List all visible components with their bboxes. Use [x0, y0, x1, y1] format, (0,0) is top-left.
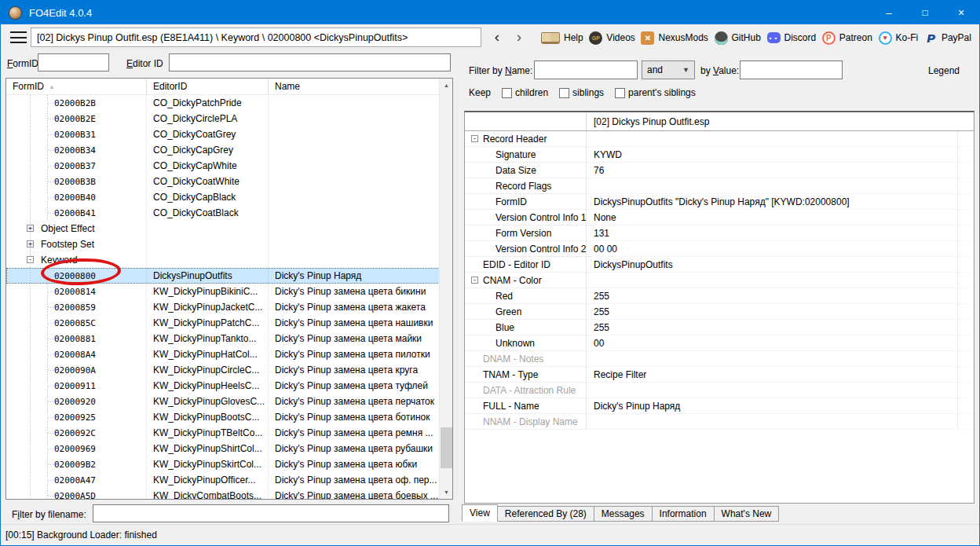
tab-whats-new[interactable]: What's New — [715, 506, 780, 522]
details-row-unset[interactable]: NNAM - Display Name — [465, 414, 974, 430]
formid-value: 02000B2B — [54, 98, 96, 108]
editorid-filter-input[interactable] — [169, 53, 451, 71]
table-row[interactable]: 02000881 KW_DickyPinupTankto... Dicky's … — [6, 331, 452, 346]
editorid-value: CO_DickyCapWhite — [153, 160, 237, 171]
table-row[interactable]: 02000B2E CO_DickyCirclePLA — [6, 111, 452, 126]
expand-icon[interactable]: + — [27, 225, 34, 232]
tree-node-row[interactable]: +Footstep Set — [6, 236, 452, 252]
table-row[interactable]: 020008A4 KW_DickyPinupHatCol... Dicky's … — [6, 346, 452, 362]
name-value: Dicky's Pinup замена цвета ремня ... — [275, 427, 433, 438]
details-row[interactable]: -Record Header — [465, 131, 974, 147]
operator-select[interactable]: and ▼ — [642, 60, 695, 79]
table-row[interactable]: 0200085C KW_DickyPinupPatchC... Dicky's … — [6, 315, 452, 331]
plugin-column-header[interactable]: [02] Dickys Pinup Outfit.esp — [587, 116, 974, 127]
collapse-icon[interactable]: - — [27, 256, 34, 263]
nexusmods-link[interactable]: ✕ NexusMods — [641, 31, 708, 45]
scroll-up-icon[interactable]: ▲ — [440, 79, 453, 92]
details-row[interactable]: Red 255 — [465, 288, 974, 304]
table-row[interactable]: 0200092C KW_DickyPinupTBeltCo... Dicky's… — [6, 425, 452, 441]
tab-messages[interactable]: Messages — [594, 506, 653, 522]
table-row[interactable]: 02000814 KW_DickyPinupBikiniC... Dicky's… — [6, 284, 452, 299]
help-link[interactable]: Help — [541, 32, 583, 44]
breadcrumb[interactable]: [02] Dickys Pinup Outfit.esp (E8E1A411) … — [31, 27, 481, 47]
scroll-down-icon[interactable]: ▼ — [440, 486, 453, 499]
tab-view[interactable]: View — [462, 504, 498, 522]
filename-filter-input[interactable] — [93, 504, 449, 522]
details-row[interactable]: TNAM - Type Recipe Filter — [465, 367, 974, 383]
table-row[interactable]: 02000A5D KW_DickyCombatBoots... Dicky's … — [6, 488, 452, 500]
details-row[interactable]: Unknown 00 — [465, 335, 974, 351]
details-row-unset[interactable]: DNAM - Notes — [465, 351, 974, 367]
formid-filter-input[interactable] — [38, 53, 109, 71]
details-row-unset[interactable]: DATA - Attraction Rule — [465, 383, 974, 398]
patreon-link[interactable]: P Patreon — [822, 31, 872, 45]
column-header-name[interactable]: Name — [269, 79, 452, 94]
kofi-link[interactable]: ♥ Ko-Fi — [879, 31, 919, 45]
details-row[interactable]: Form Version 131 — [465, 225, 974, 241]
forward-icon[interactable]: › — [510, 26, 528, 48]
keep-siblings-checkbox[interactable] — [559, 88, 569, 98]
details-row[interactable]: Signature KYWD — [465, 147, 974, 163]
table-row[interactable]: 02000859 KW_DickyPinupJacketC... Dicky's… — [6, 299, 452, 315]
minimize-icon[interactable]: – — [871, 1, 907, 24]
details-row[interactable]: Version Control Info 2 00 00 — [465, 241, 974, 257]
details-row[interactable]: Green 255 — [465, 304, 974, 320]
column-header-editorid[interactable]: EditorID — [147, 79, 269, 94]
paypal-link[interactable]: P PayPal — [924, 31, 971, 45]
table-row[interactable]: 02000B34 CO_DickyCapGrey — [6, 142, 452, 158]
collapse-icon[interactable]: - — [471, 135, 478, 142]
window-title: FO4Edit 4.0.4 — [29, 7, 92, 19]
details-row[interactable]: Blue 255 — [465, 320, 974, 335]
details-row[interactable]: Data Size 76 — [465, 163, 974, 178]
details-row[interactable]: FULL - Name Dicky's Pinup Наряд — [465, 398, 974, 414]
details-row[interactable]: -CNAM - Color — [465, 273, 974, 288]
table-row[interactable]: 02000920 KW_DickyPinupGlovesC... Dicky's… — [6, 394, 452, 409]
table-row[interactable]: 02000911 KW_DickyPinupHeelsC... Dicky's … — [6, 378, 452, 394]
tree-node-row[interactable]: +Object Effect — [6, 221, 452, 236]
table-row[interactable]: 02000B2B CO_DickyPatchPride — [6, 95, 452, 111]
keep-children-checkbox[interactable] — [502, 88, 512, 98]
tree-node-row[interactable]: -Keyword — [6, 252, 452, 268]
details-row[interactable]: Record Flags — [465, 178, 974, 194]
details-row[interactable]: EDID - Editor ID DickysPinupOutfits — [465, 257, 974, 273]
column-header-formid[interactable]: FormID▲ — [6, 79, 147, 94]
value-filter-input[interactable] — [740, 60, 843, 79]
table-row[interactable]: 02000B41 CO_DickyCoatBlack — [6, 205, 452, 221]
maximize-icon[interactable]: □ — [907, 1, 943, 24]
table-row[interactable]: 02000B31 CO_DickyCoatGrey — [6, 126, 452, 142]
editorid-value: KW_DickyPinupGlovesC... — [153, 396, 265, 407]
table-row[interactable]: 02000A47 KW_DickyPinupOfficer... Dicky's… — [6, 472, 452, 488]
editorid-value: KW_DickyPinupTankto... — [153, 333, 256, 344]
table-row[interactable]: 02000969 KW_DickyPinupShirtCol... Dicky'… — [6, 441, 452, 456]
tab-information[interactable]: Information — [653, 506, 715, 522]
github-link[interactable]: GitHub — [715, 31, 761, 45]
editorid-value: CO_DickyCoatGrey — [153, 129, 236, 140]
table-row[interactable]: 02000B3B CO_DickyCoatWhite — [6, 174, 452, 189]
table-row[interactable]: 0200090A KW_DickyPinupCircleC... Dicky's… — [6, 362, 452, 378]
vertical-scrollbar[interactable]: ▲ ▼ — [439, 79, 452, 499]
discord-link[interactable]: • • Discord — [767, 32, 817, 43]
table-row[interactable]: 02000B40 CO_DickyCapBlack — [6, 189, 452, 205]
name-filter-input[interactable] — [534, 60, 638, 79]
editorid-value: KW_DickyPinupShirtCol... — [153, 443, 262, 454]
scrollbar-thumb[interactable] — [441, 427, 452, 468]
videos-link[interactable]: GP Videos — [589, 31, 634, 45]
details-row[interactable]: Version Control Info 1 None — [465, 210, 974, 225]
formid-value: 02000925 — [54, 412, 96, 423]
menu-icon[interactable] — [10, 31, 27, 43]
table-row-selected[interactable]: 02000800 DickysPinupOutfits Dicky's Pinu… — [6, 268, 452, 284]
collapse-icon[interactable]: - — [471, 277, 478, 284]
expand-icon[interactable]: + — [27, 240, 34, 247]
table-row[interactable]: 02000925 KW_DickyPinupBootsC... Dicky's … — [6, 409, 452, 425]
tab-referenced-by[interactable]: Referenced By (28) — [498, 506, 594, 522]
table-row[interactable]: 02000B37 CO_DickyCapWhite — [6, 158, 452, 174]
editorid-value: KW_DickyPinupOfficer... — [153, 475, 256, 486]
editorid-value: CO_DickyCoatBlack — [153, 207, 239, 218]
table-row[interactable]: 020009B2 KW_DickyPinupSkirtCol... Dicky'… — [6, 456, 452, 472]
legend-link[interactable]: Legend — [928, 65, 960, 76]
field-value: 131 — [587, 225, 958, 241]
details-row[interactable]: FormID DickysPinupOutfits "Dicky's Pinup… — [465, 194, 974, 210]
back-icon[interactable]: ‹ — [488, 26, 506, 48]
keep-parents-siblings-checkbox[interactable] — [615, 88, 625, 98]
close-icon[interactable]: × — [943, 1, 979, 24]
